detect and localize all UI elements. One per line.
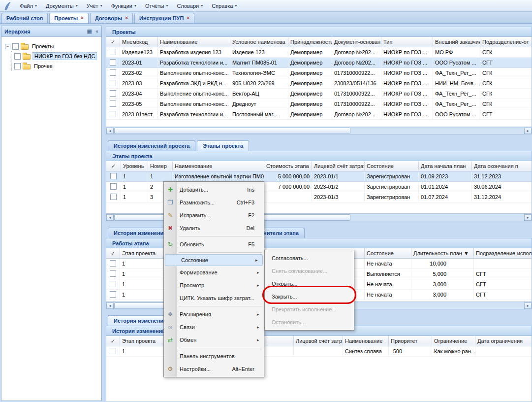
grid-cell[interactable]: 2023-01/2 <box>312 182 365 192</box>
row-select-cell[interactable] <box>106 171 121 182</box>
menubar-item-functions[interactable]: Функции▾ <box>107 1 141 10</box>
row-checkbox[interactable] <box>110 281 116 287</box>
grid-cell[interactable]: ФА_Техн_Рег_... <box>433 68 480 78</box>
grid-cell[interactable]: Демопример <box>288 47 332 58</box>
menu-item-open[interactable]: Открыть... <box>265 277 354 290</box>
grid-cell[interactable]: 1 <box>121 171 148 182</box>
grid-cell[interactable]: МО РФ <box>433 47 480 58</box>
row-select-cell[interactable] <box>106 259 120 269</box>
table-row[interactable]: 2023-03Разработка ЭКД и РКД н...905-U020… <box>106 78 532 89</box>
select-all-checkbox-header[interactable]: ✓ <box>106 161 121 171</box>
grid-cell[interactable]: СГТ <box>474 290 532 300</box>
table-row[interactable]: 2023-02Выполнение опытно-конс...Технолог… <box>106 68 532 78</box>
row-select-cell[interactable] <box>106 68 120 78</box>
column-header[interactable]: Подразделение-от <box>480 37 532 47</box>
menu-item-add[interactable]: ✚Добавить...Ins <box>164 183 264 196</box>
grid-cell[interactable]: 7 000 000,00 <box>264 182 312 192</box>
tree-item-projects-root[interactable]: − Проекты <box>4 41 99 51</box>
grid-cell[interactable]: НИОКР по ГОЗ ... <box>381 68 433 78</box>
column-header[interactable]: Документ-основан <box>332 37 381 47</box>
table-row[interactable]: Изделие123Разработка изделия 123Изделие-… <box>106 47 532 58</box>
tab-project-history[interactable]: История изменений проекта <box>108 140 195 151</box>
scroll-left-icon[interactable]: ◂ <box>106 214 114 221</box>
grid-cell[interactable]: 2023-02 <box>120 68 158 78</box>
projects-horizontal-scrollbar[interactable]: ◂▸ <box>106 127 532 134</box>
column-header[interactable]: Условное наименова <box>230 37 288 47</box>
tab-project-stages[interactable]: Этапы проекта <box>197 140 249 151</box>
row-select-cell[interactable] <box>106 269 120 279</box>
grid-cell[interactable]: 01.07.2024 <box>419 192 472 202</box>
grid-cell[interactable]: НИОКР по ГОЗ ... <box>381 109 433 120</box>
grid-cell[interactable]: Синтез сплава <box>343 346 389 357</box>
select-all-checkbox-header[interactable]: ✓ <box>106 37 120 47</box>
grid-cell[interactable]: Выполнение опытно-конс... <box>158 68 230 78</box>
grid-cell[interactable]: СГК <box>480 68 532 78</box>
tab-contracts[interactable]: Договоры× <box>90 13 133 23</box>
column-header[interactable]: Состояние <box>365 248 411 259</box>
grid-cell[interactable]: 1 <box>148 171 173 182</box>
tree-checkbox[interactable] <box>14 63 21 69</box>
column-header[interactable]: Подразделение-исполн <box>474 248 532 259</box>
menubar-item-documents[interactable]: Документы▾ <box>41 1 82 10</box>
scroll-right-icon[interactable]: ▸ <box>524 302 532 309</box>
row-checkbox[interactable] <box>110 348 116 354</box>
grid-cell[interactable]: 2023-01 <box>120 58 158 68</box>
table-row[interactable]: 11Изготовление опытной партии ПМ0...5 00… <box>106 171 532 182</box>
grid-cell[interactable]: 2023-04 <box>120 89 158 99</box>
menu-item-citk[interactable]: ЦИТК. Указать шифр затрат... <box>164 292 264 304</box>
column-header[interactable]: Дата окончания п <box>472 161 532 171</box>
column-header[interactable]: Наименование <box>158 37 230 47</box>
menu-item-settings[interactable]: ⚙Настройки...Alt+Enter <box>164 363 264 375</box>
grid-cell[interactable]: 017310000922... <box>332 99 381 109</box>
row-checkbox[interactable] <box>110 90 116 97</box>
column-header[interactable]: Мнемокод <box>120 37 158 47</box>
grid-cell[interactable]: Изготовление опытной партии ПМ0... <box>173 171 264 182</box>
column-header[interactable]: Стоимость этапа <box>264 161 312 171</box>
collapse-panel-icon[interactable]: « <box>95 28 98 34</box>
grid-cell[interactable]: Дредноут <box>230 99 288 109</box>
row-select-cell[interactable] <box>106 89 120 99</box>
menu-item-state[interactable]: Состояние▸ <box>165 254 263 266</box>
grid-cell[interactable]: 30.06.2024 <box>472 182 532 192</box>
column-header[interactable]: Уровень <box>121 161 148 171</box>
grid-cell[interactable]: Демопример <box>288 99 332 109</box>
row-checkbox[interactable] <box>110 49 116 55</box>
grid-cell[interactable]: НИОКР по ГОЗ ... <box>381 99 433 109</box>
grid-cell[interactable]: ФА_Техн_Рег_... <box>433 89 480 99</box>
grid-cell[interactable] <box>294 346 343 357</box>
grid-cell[interactable]: Договор №202... <box>332 47 381 58</box>
grid-cell[interactable]: ООО Русатом ... <box>433 58 480 68</box>
grid-cell[interactable]: СГК <box>480 78 532 89</box>
row-select-cell[interactable] <box>106 78 120 89</box>
tab-instructions[interactable]: Инструкции ПУП× <box>134 13 194 23</box>
row-select-cell[interactable] <box>106 99 120 109</box>
grid-cell[interactable]: СГК <box>480 47 532 58</box>
grid-cell[interactable]: 31.12.2023 <box>472 171 532 182</box>
grid-cell[interactable]: СГТ <box>474 279 532 290</box>
row-checkbox[interactable] <box>110 111 116 117</box>
grid-cell[interactable]: 2023-01/1 <box>312 171 365 182</box>
collapse-expander-icon[interactable]: − <box>5 44 10 49</box>
row-checkbox[interactable] <box>110 194 117 200</box>
column-header[interactable]: Приоритет <box>389 336 432 346</box>
row-select-cell[interactable] <box>106 346 120 357</box>
select-all-checkbox-header[interactable]: ✓ <box>106 336 120 346</box>
grid-cell[interactable]: 3,000 <box>411 290 474 300</box>
row-select-cell[interactable] <box>106 58 120 68</box>
grid-cell[interactable]: 2023-01тест <box>120 109 158 120</box>
grid-cell[interactable]: Зарегистрирован <box>365 171 419 182</box>
column-header[interactable]: Номер <box>148 161 173 171</box>
grid-cell[interactable]: 01.01.2024 <box>419 182 472 192</box>
menu-item-duplicate[interactable]: ❐Размножить...Ctrl+F3 <box>164 196 264 209</box>
column-header[interactable]: Длительность план ▼ <box>411 248 474 259</box>
grid-cell[interactable]: Технология-ЭМС <box>230 68 288 78</box>
row-select-cell[interactable] <box>106 182 121 192</box>
column-header[interactable]: Дата начала план <box>419 161 472 171</box>
grid-cell[interactable]: 5 000 000,00 <box>264 171 312 182</box>
column-header[interactable]: Состояние <box>365 161 419 171</box>
grid-cell[interactable]: 500 <box>389 346 432 357</box>
row-select-cell[interactable] <box>106 279 120 290</box>
menu-item-toolbar[interactable]: Панель инструментов <box>164 350 264 363</box>
grid-cell[interactable]: Договор №202... <box>332 58 381 68</box>
grid-cell[interactable]: Разработка технологии и... <box>158 109 230 120</box>
